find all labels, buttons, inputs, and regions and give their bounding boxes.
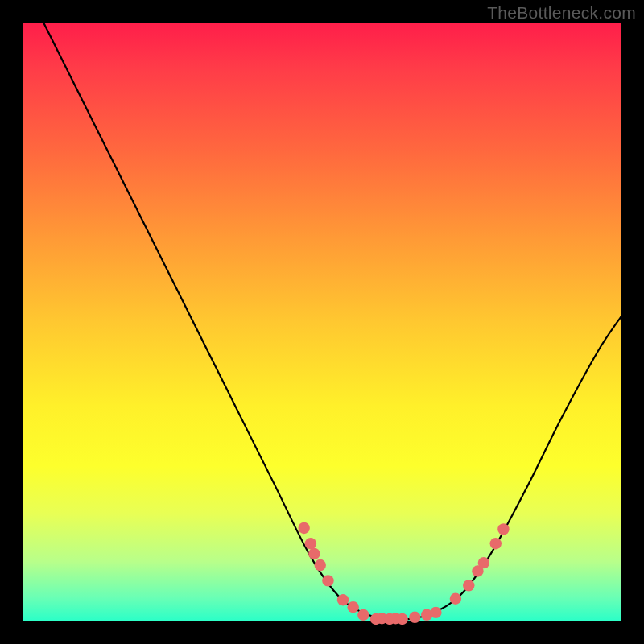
data-point: [315, 559, 326, 571]
data-point: [490, 538, 502, 549]
data-point: [322, 575, 333, 586]
data-points: [298, 522, 509, 625]
bottleneck-curve: [43, 23, 621, 620]
data-point: [305, 538, 316, 549]
watermark-text: TheBottleneck.com: [487, 3, 636, 23]
data-point: [308, 548, 320, 559]
chart-frame: TheBottleneck.com: [0, 0, 644, 644]
data-point: [450, 593, 461, 605]
data-point: [397, 613, 408, 625]
data-point: [337, 594, 349, 605]
plot-area: [23, 23, 621, 621]
data-point: [497, 523, 509, 535]
data-point: [430, 607, 441, 618]
data-point: [357, 609, 369, 621]
data-point: [298, 522, 309, 534]
data-point: [478, 557, 489, 568]
data-point: [409, 612, 420, 623]
data-point: [347, 601, 358, 613]
chart-svg: [23, 23, 621, 621]
data-point: [463, 580, 474, 591]
